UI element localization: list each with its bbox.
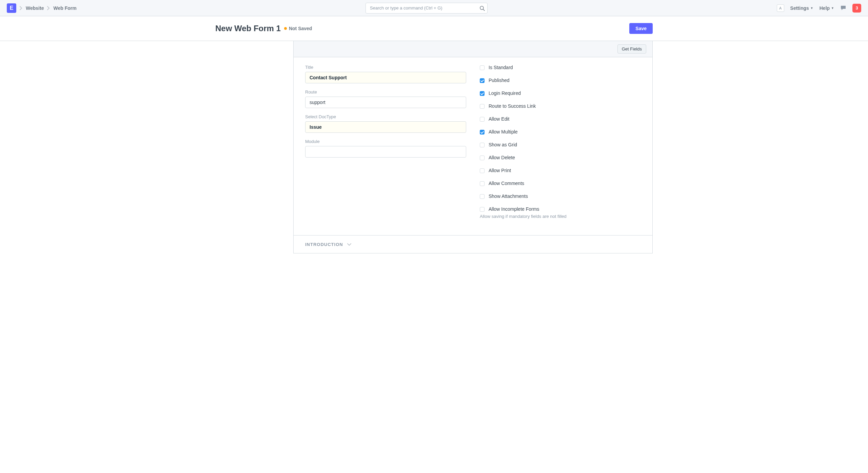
check-allow-incomplete-label: Allow Incomplete Forms (489, 206, 539, 212)
check-allow-delete[interactable]: Allow Delete (480, 155, 641, 160)
form-column-left: Title Route Select DocType Module (305, 65, 466, 225)
check-published[interactable]: Published (480, 78, 641, 83)
field-doctype-label: Select DocType (305, 114, 466, 119)
check-allow-edit[interactable]: Allow Edit (480, 116, 641, 122)
module-input[interactable] (305, 146, 466, 158)
breadcrumb-link-website[interactable]: Website (26, 5, 44, 11)
help-label: Help (820, 5, 830, 11)
caret-down-icon: ▼ (810, 6, 813, 10)
check-allow-multiple-label: Allow Multiple (489, 129, 518, 135)
checkbox-icon[interactable] (480, 181, 485, 186)
form-layout: Get Fields Title Route Select DocType M (293, 41, 653, 253)
check-allow-comments[interactable]: Allow Comments (480, 181, 641, 186)
route-input[interactable] (305, 97, 466, 108)
checkbox-icon[interactable] (480, 117, 485, 122)
caret-down-icon: ▼ (831, 6, 834, 10)
app-logo-icon[interactable]: E (7, 3, 16, 13)
check-show-as-grid-label: Show as Grid (489, 142, 517, 147)
check-is-standard-label: Is Standard (489, 65, 513, 70)
title-input[interactable] (305, 72, 466, 83)
navbar-center (366, 3, 488, 14)
checkbox-icon[interactable] (480, 168, 485, 173)
field-route: Route (305, 89, 466, 108)
field-title-label: Title (305, 65, 466, 70)
navbar: E Website Web Form A Settings ▼ Help (0, 0, 868, 16)
breadcrumb: Website Web Form (20, 5, 77, 11)
check-show-attachments[interactable]: Show Attachments (480, 193, 641, 199)
avatar[interactable]: A (777, 4, 784, 12)
section-introduction-title: INTRODUCTION (305, 242, 343, 247)
page-title: New Web Form 1 (215, 24, 281, 33)
navbar-right: A Settings ▼ Help ▼ 3 (777, 4, 861, 13)
field-doctype: Select DocType (305, 114, 466, 133)
breadcrumb-link-webform[interactable]: Web Form (53, 5, 76, 11)
check-allow-edit-label: Allow Edit (489, 116, 509, 122)
settings-menu[interactable]: Settings ▼ (790, 5, 813, 11)
save-button[interactable]: Save (629, 23, 653, 34)
search-wrapper (366, 3, 488, 14)
search-icon[interactable] (479, 5, 485, 11)
search-input[interactable] (366, 3, 488, 14)
get-fields-button[interactable]: Get Fields (617, 44, 646, 54)
form-section-main: Title Route Select DocType Module (294, 57, 652, 235)
toolbar-row: Get Fields (294, 41, 652, 57)
checkbox-icon[interactable] (480, 143, 485, 147)
status-indicator: Not Saved (284, 26, 312, 31)
checkbox-icon[interactable] (480, 104, 485, 109)
check-route-success-label: Route to Success Link (489, 103, 536, 109)
form-column-right: Is Standard Published Login Required Rou… (480, 65, 641, 225)
checkbox-icon[interactable] (480, 194, 485, 199)
check-allow-incomplete[interactable]: Allow Incomplete Forms (480, 206, 641, 212)
check-published-label: Published (489, 78, 510, 83)
field-route-label: Route (305, 89, 466, 95)
page-body: Get Fields Title Route Select DocType M (209, 41, 659, 253)
checkbox-icon[interactable] (480, 207, 485, 212)
check-allow-delete-label: Allow Delete (489, 155, 515, 160)
check-allow-print[interactable]: Allow Print (480, 168, 641, 173)
checkbox-icon[interactable] (480, 78, 485, 83)
check-allow-print-label: Allow Print (489, 168, 511, 173)
field-module: Module (305, 139, 466, 158)
status-dot-icon (284, 27, 287, 30)
check-login-required[interactable]: Login Required (480, 90, 641, 96)
notification-badge[interactable]: 3 (852, 4, 861, 13)
check-is-standard[interactable]: Is Standard (480, 65, 641, 70)
check-login-required-label: Login Required (489, 90, 521, 96)
sidebar-spacer (215, 41, 293, 253)
checkbox-icon[interactable] (480, 156, 485, 160)
field-title: Title (305, 65, 466, 83)
help-menu[interactable]: Help ▼ (820, 5, 834, 11)
check-route-success[interactable]: Route to Success Link (480, 103, 641, 109)
settings-label: Settings (790, 5, 809, 11)
chat-icon[interactable] (840, 5, 846, 11)
status-label: Not Saved (289, 26, 312, 31)
section-introduction[interactable]: INTRODUCTION (294, 235, 652, 253)
chevron-down-icon (347, 242, 351, 247)
chevron-right-icon (47, 6, 50, 10)
check-show-attachments-label: Show Attachments (489, 193, 528, 199)
check-allow-multiple[interactable]: Allow Multiple (480, 129, 641, 135)
navbar-left: E Website Web Form (7, 3, 77, 13)
check-allow-comments-label: Allow Comments (489, 181, 524, 186)
chevron-right-icon (20, 6, 22, 10)
allow-incomplete-help: Allow saving if mandatory fields are not… (480, 214, 641, 219)
check-show-as-grid[interactable]: Show as Grid (480, 142, 641, 147)
page-header: New Web Form 1 Not Saved Save (0, 16, 868, 41)
checkbox-icon[interactable] (480, 65, 485, 70)
field-module-label: Module (305, 139, 466, 144)
checkbox-icon[interactable] (480, 91, 485, 96)
doctype-input[interactable] (305, 121, 466, 133)
page-title-wrapper: New Web Form 1 Not Saved (215, 24, 312, 33)
checkbox-icon[interactable] (480, 130, 485, 135)
svg-line-1 (483, 9, 485, 11)
